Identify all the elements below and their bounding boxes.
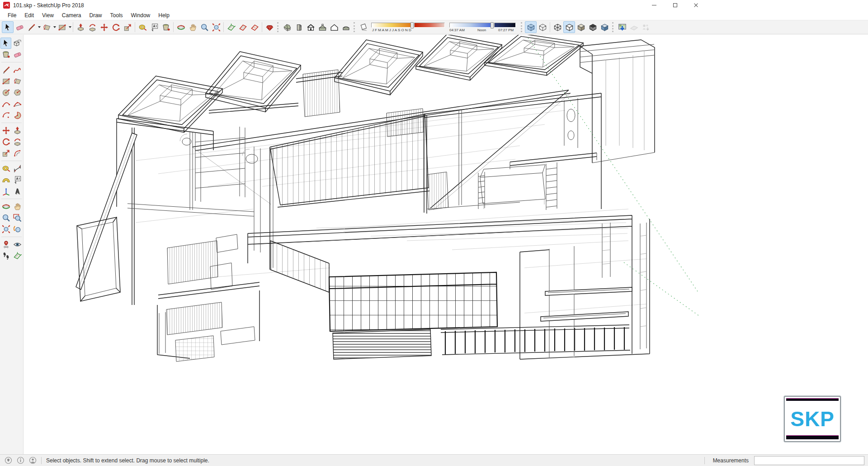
section-plane-tool[interactable] — [12, 250, 23, 262]
rotate-tool-button[interactable] — [110, 21, 122, 33]
rectangle-tool-button[interactable] — [56, 21, 68, 33]
3d-text-tool[interactable] — [12, 185, 23, 197]
zoom-extents-tool[interactable] — [0, 223, 11, 235]
zoom-tool[interactable] — [0, 212, 11, 223]
move-tool[interactable] — [0, 125, 11, 136]
two-point-arc-tool[interactable] — [12, 98, 23, 109]
polygon-tool[interactable] — [12, 87, 23, 98]
rectangle-tool[interactable] — [0, 76, 11, 87]
pan-tool[interactable] — [12, 201, 23, 212]
front-view-button[interactable] — [305, 21, 316, 33]
arc-tool[interactable] — [0, 98, 11, 109]
close-button[interactable] — [685, 0, 706, 10]
shaded-style-button[interactable] — [575, 21, 587, 33]
sunrise-time-label: 04:37 AM — [449, 28, 465, 32]
orbit-tool-button[interactable] — [175, 21, 187, 33]
previous-view-tool[interactable] — [12, 223, 23, 235]
push-pull-tool-button[interactable] — [75, 21, 86, 33]
shaded-textures-style-button[interactable] — [587, 21, 599, 33]
shadow-date-slider[interactable]: J F M A M J J A S O N D — [371, 22, 446, 32]
orbit-tool[interactable] — [0, 201, 11, 212]
follow-me-tool[interactable] — [12, 136, 23, 147]
menu-view[interactable]: View — [38, 11, 58, 19]
back-view-button[interactable] — [328, 21, 340, 33]
offset-tool[interactable] — [12, 147, 23, 159]
rotated-rectangle-tool[interactable] — [12, 76, 23, 87]
time-slider-handle[interactable] — [491, 22, 494, 29]
paint-bucket-tool-button[interactable] — [160, 21, 172, 33]
top-view-button[interactable] — [316, 21, 328, 33]
xray-style-button[interactable] — [525, 21, 537, 33]
line-tool-button[interactable] — [25, 21, 37, 33]
select-tool-button[interactable] — [2, 21, 14, 33]
shadows-toggle-button[interactable] — [358, 21, 369, 33]
extension-warehouse-button[interactable] — [264, 21, 275, 33]
wireframe-style-button[interactable] — [552, 21, 563, 33]
get-models-button[interactable] — [616, 21, 628, 33]
zoom-extents-button[interactable] — [210, 21, 222, 33]
push-pull-tool[interactable] — [12, 125, 23, 136]
section-plane-button[interactable] — [225, 21, 237, 33]
eraser-tool[interactable] — [12, 49, 23, 60]
menu-tools[interactable]: Tools — [106, 11, 127, 19]
back-edges-style-button[interactable] — [537, 21, 548, 33]
select-tool[interactable] — [0, 38, 11, 49]
scale-tool-button[interactable] — [122, 21, 133, 33]
tape-measure-tool[interactable] — [0, 163, 11, 174]
zoom-window-tool[interactable] — [12, 212, 23, 223]
rotate-tool[interactable] — [0, 136, 11, 147]
right-view-button[interactable] — [293, 21, 305, 33]
eraser-tool-button[interactable] — [14, 21, 25, 33]
toolbar-grip[interactable] — [521, 22, 523, 32]
menu-camera[interactable]: Camera — [58, 11, 85, 19]
circle-tool[interactable] — [0, 87, 11, 98]
display-section-cuts-button[interactable] — [249, 21, 260, 33]
paint-bucket-tool[interactable] — [0, 49, 11, 60]
monochrome-style-button[interactable] — [599, 21, 610, 33]
share-model-button[interactable] — [628, 21, 640, 33]
rectangle-dropdown-icon[interactable] — [69, 26, 71, 28]
menu-window[interactable]: Window — [127, 11, 155, 19]
menu-edit[interactable]: Edit — [20, 11, 38, 19]
arc-tool-button[interactable] — [41, 21, 52, 33]
make-component-tool[interactable] — [12, 38, 23, 49]
follow-me-tool-button[interactable] — [86, 21, 98, 33]
model-viewport[interactable]: .pk{stroke:#1b1b1b;stroke-width:1.4;fill… — [24, 35, 868, 454]
protractor-tool[interactable] — [0, 174, 11, 185]
pie-tool[interactable] — [12, 109, 23, 121]
menu-help[interactable]: Help — [154, 11, 174, 19]
dimension-tool[interactable] — [12, 163, 23, 174]
share-component-button[interactable] — [640, 21, 651, 33]
pan-tool-button[interactable] — [187, 21, 198, 33]
sign-in-icon[interactable] — [29, 456, 37, 464]
menu-draw[interactable]: Draw — [85, 11, 106, 19]
display-section-planes-button[interactable] — [237, 21, 249, 33]
iso-view-button[interactable] — [281, 21, 293, 33]
hidden-line-style-button[interactable] — [563, 21, 575, 33]
walk-tool[interactable] — [0, 250, 11, 262]
position-camera-tool[interactable] — [0, 239, 11, 250]
tape-measure-tool-button[interactable] — [137, 21, 148, 33]
text-tool[interactable] — [12, 174, 23, 185]
measurements-input[interactable] — [754, 456, 864, 465]
minimize-button[interactable] — [644, 0, 665, 10]
line-tool[interactable] — [0, 64, 11, 76]
axes-tool[interactable] — [0, 185, 11, 197]
look-around-tool[interactable] — [12, 239, 23, 250]
menu-file[interactable]: File — [4, 11, 20, 19]
toolbar-grip[interactable] — [277, 22, 279, 32]
shadow-time-slider[interactable]: 04:37 AM Noon 07:27 PM — [449, 22, 517, 32]
freehand-tool[interactable] — [12, 64, 23, 76]
three-point-arc-tool[interactable] — [0, 109, 11, 121]
left-view-button[interactable] — [340, 21, 352, 33]
zoom-tool-button[interactable] — [198, 21, 210, 33]
maximize-button[interactable] — [665, 0, 685, 10]
toolbar-grip[interactable] — [354, 22, 356, 32]
geolocation-icon[interactable] — [5, 456, 12, 464]
move-tool-button[interactable] — [98, 21, 110, 33]
credits-info-icon[interactable] — [17, 456, 24, 464]
text-tool-button[interactable] — [148, 21, 160, 33]
toolbar-grip[interactable] — [612, 22, 614, 32]
date-slider-handle[interactable] — [410, 22, 414, 29]
scale-tool[interactable] — [0, 147, 11, 159]
